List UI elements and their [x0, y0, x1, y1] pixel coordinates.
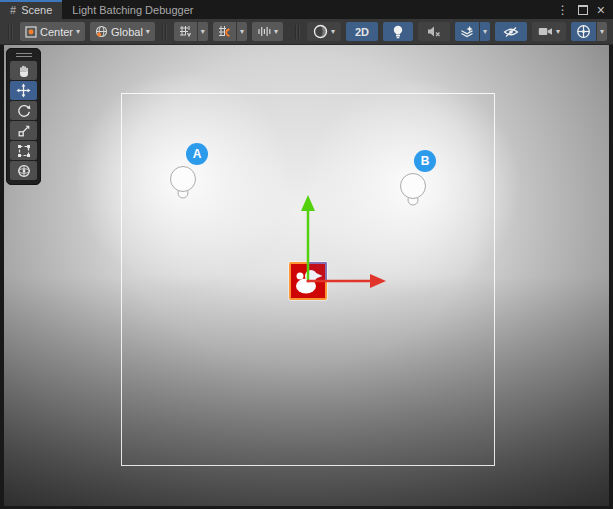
scene-camera-dropdown[interactable]: ▾: [532, 22, 566, 41]
tab-scene[interactable]: # Scene: [0, 0, 62, 19]
scene-tab-icon: #: [10, 4, 16, 16]
globe-icon: [95, 25, 108, 38]
snap-dropdown[interactable]: ▾: [237, 22, 247, 41]
snap-button[interactable]: [213, 22, 236, 41]
gizmos-icon: [576, 24, 591, 39]
light-a-label: A: [193, 147, 202, 161]
toolbar-grip: [295, 25, 300, 39]
snap-icon: [218, 25, 231, 38]
tab-bar: # Scene Light Batching Debugger ⋮ ×: [0, 0, 613, 19]
effects-button[interactable]: [455, 22, 479, 41]
light-b-badge: B: [414, 150, 436, 172]
shading-mode-dropdown[interactable]: ▾: [307, 22, 341, 41]
mode-2d-button[interactable]: 2D: [346, 22, 378, 41]
window-menu-icon[interactable]: ⋮: [557, 4, 569, 16]
audio-button[interactable]: [418, 22, 450, 41]
audio-mute-icon: [427, 25, 441, 38]
shading-mode-icon: [313, 24, 328, 39]
gizmos-group: ▾: [571, 22, 607, 41]
window-controls: ⋮ ×: [549, 0, 613, 19]
rect-tool[interactable]: [10, 141, 37, 160]
hand-icon: [17, 64, 31, 78]
mode-2d-label: 2D: [355, 26, 369, 38]
chevron-down-icon: ▾: [600, 28, 604, 36]
chevron-down-icon: ▾: [556, 28, 560, 36]
light-a-badge: A: [186, 143, 208, 165]
effects-dropdown[interactable]: ▾: [480, 22, 490, 41]
orientation-dropdown[interactable]: Global ▾: [90, 22, 155, 41]
view-hand-tool[interactable]: [10, 61, 37, 80]
tab-light-batching-debugger[interactable]: Light Batching Debugger: [62, 0, 203, 19]
scene-toolbar: Center ▾ Global ▾ ▾: [0, 19, 613, 45]
effects-icon: [460, 25, 474, 39]
scale-icon: [17, 124, 31, 138]
gizmos-button[interactable]: [571, 22, 596, 41]
tab-scene-label: Scene: [21, 4, 52, 16]
rect-tool-icon: [17, 144, 31, 158]
pivot-dropdown[interactable]: Center ▾: [20, 22, 85, 41]
move-icon: [16, 83, 31, 98]
snap-increment-icon: [257, 25, 271, 38]
orientation-label: Global: [111, 26, 143, 38]
hidden-objects-icon: [503, 26, 519, 38]
toolbar-grip: [162, 25, 167, 39]
snap-group: ▾: [213, 22, 247, 41]
light-bulb-icon: [392, 25, 404, 39]
pivot-icon: [25, 26, 37, 38]
selected-sprite[interactable]: [289, 262, 327, 300]
tab-light-batching-debugger-label: Light Batching Debugger: [72, 4, 193, 16]
close-icon[interactable]: ×: [597, 3, 605, 17]
tools-overlay-drag-handle[interactable]: [7, 51, 40, 59]
scene-visibility-button[interactable]: [495, 22, 527, 41]
gizmos-dropdown[interactable]: ▾: [597, 22, 607, 41]
chevron-down-icon: ▾: [201, 28, 205, 36]
move-tool[interactable]: [10, 81, 37, 100]
duck-sprite-image: [291, 264, 325, 298]
grid-visibility-group: ▾: [174, 22, 208, 41]
light-b-label: B: [421, 154, 430, 168]
rotate-icon: [17, 104, 31, 118]
chevron-down-icon: ▾: [76, 28, 80, 36]
effects-group: ▾: [455, 22, 490, 41]
chevron-down-icon: ▾: [274, 28, 278, 36]
light-a-gizmo[interactable]: [168, 165, 198, 201]
rotate-tool[interactable]: [10, 101, 37, 120]
tabbar-spacer: [203, 0, 548, 19]
chevron-down-icon: ▾: [146, 28, 150, 36]
grid-visibility-button[interactable]: [174, 22, 197, 41]
chevron-down-icon: ▾: [483, 28, 487, 36]
toolbar-grip: [8, 25, 13, 39]
transform-tool[interactable]: [10, 161, 37, 180]
snap-increment-dropdown[interactable]: ▾: [252, 22, 283, 41]
chevron-down-icon: ▾: [331, 28, 335, 36]
tools-overlay: [6, 48, 41, 185]
light-b-gizmo[interactable]: [398, 172, 428, 208]
transform-icon: [17, 164, 31, 178]
grid-visibility-dropdown[interactable]: ▾: [198, 22, 208, 41]
maximize-icon[interactable]: [578, 5, 588, 15]
chevron-down-icon: ▾: [240, 28, 244, 36]
camera-icon: [538, 26, 553, 37]
scene-viewport[interactable]: A B: [4, 45, 609, 506]
pivot-label: Center: [40, 26, 73, 38]
scale-tool[interactable]: [10, 121, 37, 140]
grid-visibility-icon: [179, 25, 192, 38]
scene-lighting-button[interactable]: [383, 22, 413, 41]
